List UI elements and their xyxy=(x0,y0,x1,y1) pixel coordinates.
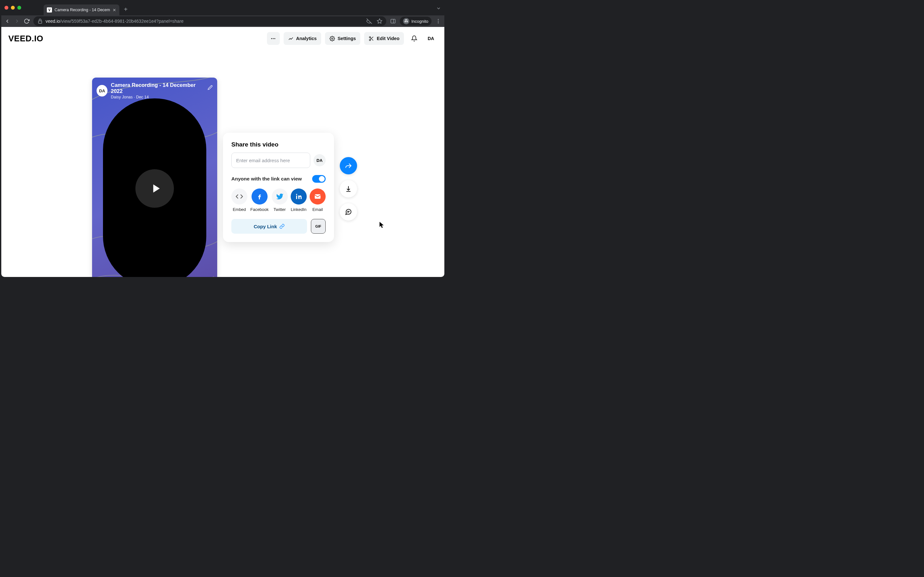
svg-point-13 xyxy=(369,37,371,38)
new-tab-button[interactable]: + xyxy=(124,6,128,13)
svg-marker-1 xyxy=(377,19,382,23)
maximize-window-icon[interactable] xyxy=(17,6,21,10)
logo[interactable]: VEED.IO xyxy=(8,34,43,44)
close-tab-icon[interactable]: ✕ xyxy=(113,8,116,13)
analytics-icon xyxy=(288,36,294,41)
lock-icon xyxy=(37,18,43,24)
share-embed-label: Embed xyxy=(233,207,246,212)
scissors-icon xyxy=(368,36,374,41)
svg-rect-2 xyxy=(391,19,395,23)
permission-label: Anyone with the link can view xyxy=(231,176,302,182)
svg-point-12 xyxy=(332,38,333,39)
comments-fab[interactable] xyxy=(340,203,357,221)
email-icon xyxy=(314,193,321,200)
window-controls[interactable] xyxy=(5,6,21,10)
more-menu-button[interactable] xyxy=(267,32,280,45)
play-button[interactable] xyxy=(136,169,174,208)
svg-point-10 xyxy=(273,38,274,39)
download-icon xyxy=(345,185,352,192)
share-email-button[interactable]: Email xyxy=(310,189,326,212)
play-icon xyxy=(149,181,163,195)
share-twitter-label: Twitter xyxy=(273,207,286,212)
share-fab[interactable] xyxy=(340,157,357,174)
address-bar[interactable]: veed.io/view/559f53a7-ed2b-4b64-8981-20b… xyxy=(33,16,386,26)
star-icon[interactable] xyxy=(376,18,383,24)
svg-point-5 xyxy=(407,21,408,23)
share-linkedin-label: LinkedIn xyxy=(291,207,306,212)
analytics-button[interactable]: Analytics xyxy=(284,32,321,45)
edit-video-label: Edit Video xyxy=(376,36,399,41)
svg-rect-18 xyxy=(296,195,297,199)
reload-icon[interactable] xyxy=(24,18,29,24)
incognito-label: Incognito xyxy=(411,19,428,24)
incognito-icon xyxy=(403,18,409,24)
share-email-input[interactable] xyxy=(231,153,310,168)
author-name: Daisy Jonas xyxy=(111,95,132,99)
user-avatar[interactable]: DA xyxy=(425,32,437,45)
svg-point-7 xyxy=(438,21,439,22)
bell-icon xyxy=(411,35,417,42)
video-date: Dec 14 xyxy=(136,95,149,99)
settings-button[interactable]: Settings xyxy=(325,32,360,45)
more-horizontal-icon xyxy=(270,36,276,41)
incognito-chip[interactable]: Incognito xyxy=(400,17,431,26)
svg-point-6 xyxy=(438,19,439,20)
share-facebook-label: Facebook xyxy=(250,207,268,212)
copy-link-button[interactable]: Copy Link xyxy=(231,219,307,234)
link-icon xyxy=(279,224,284,229)
browser-tab[interactable]: V Camera Recording - 14 Decem ✕ xyxy=(44,5,120,15)
notifications-button[interactable] xyxy=(408,32,421,45)
svg-point-8 xyxy=(438,23,439,23)
edit-title-button[interactable] xyxy=(208,85,213,91)
svg-line-17 xyxy=(371,37,372,39)
comment-icon xyxy=(345,208,352,215)
svg-point-11 xyxy=(274,38,275,39)
gear-icon xyxy=(330,36,335,41)
svg-point-14 xyxy=(369,39,371,40)
video-title: Camera Recording - 14 December 2022 xyxy=(111,82,204,94)
share-owner-avatar[interactable]: DA xyxy=(313,154,326,166)
download-fab[interactable] xyxy=(340,180,357,197)
share-facebook-button[interactable]: Facebook xyxy=(250,189,268,212)
author-avatar[interactable]: DA xyxy=(97,85,107,97)
permission-toggle[interactable] xyxy=(312,175,326,183)
share-twitter-button[interactable]: Twitter xyxy=(272,189,288,212)
share-panel: Share this video DA Anyone with the link… xyxy=(223,133,334,242)
close-window-icon[interactable] xyxy=(5,6,8,10)
share-panel-title: Share this video xyxy=(231,141,326,148)
share-embed-button[interactable]: Embed xyxy=(231,189,247,212)
code-icon xyxy=(236,193,243,200)
gif-button[interactable]: GIF xyxy=(311,219,326,234)
chevron-down-icon[interactable] xyxy=(436,6,441,11)
back-icon[interactable] xyxy=(5,18,10,24)
copy-link-label: Copy Link xyxy=(254,224,277,229)
twitter-icon xyxy=(276,193,284,200)
linkedin-icon xyxy=(295,193,302,200)
share-email-label: Email xyxy=(312,207,323,212)
settings-label: Settings xyxy=(338,36,356,41)
mouse-cursor xyxy=(380,222,384,229)
edit-video-button[interactable]: Edit Video xyxy=(364,32,404,45)
video-player-card: DA Camera Recording - 14 December 2022 D… xyxy=(92,77,217,277)
kebab-menu-icon[interactable] xyxy=(435,18,441,24)
url-host: veed.io xyxy=(45,19,60,24)
analytics-label: Analytics xyxy=(296,36,317,41)
share-arrow-icon xyxy=(345,162,352,169)
pencil-icon xyxy=(208,85,213,90)
svg-point-19 xyxy=(296,194,297,195)
svg-line-16 xyxy=(372,39,373,40)
share-linkedin-button[interactable]: LinkedIn xyxy=(291,189,307,212)
gif-label: GIF xyxy=(315,224,321,228)
url-path: /view/559f53a7-ed2b-4b64-8981-20b4632ee1… xyxy=(60,19,184,24)
tab-title: Camera Recording - 14 Decem xyxy=(55,8,110,12)
eye-off-icon[interactable] xyxy=(367,18,372,24)
side-panel-icon[interactable] xyxy=(390,18,396,24)
svg-rect-0 xyxy=(39,21,42,23)
forward-icon[interactable] xyxy=(14,18,20,24)
tab-favicon: V xyxy=(47,7,52,13)
facebook-icon xyxy=(256,193,263,200)
minimize-window-icon[interactable] xyxy=(11,6,15,10)
svg-point-9 xyxy=(271,38,272,39)
svg-point-4 xyxy=(405,21,406,23)
